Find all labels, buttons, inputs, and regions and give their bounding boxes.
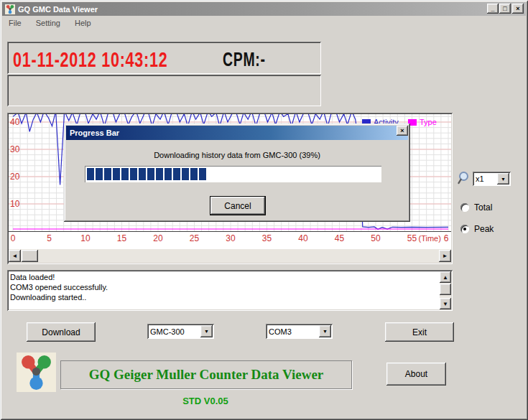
close-icon: ×	[516, 4, 519, 13]
progress-block	[121, 168, 129, 180]
dialog-title: Progress Bar	[70, 129, 119, 137]
exit-button[interactable]: Exit	[385, 322, 454, 342]
scroll-up-button[interactable]: ▲	[440, 271, 451, 283]
port-select-dropdown-button[interactable]: ▼	[319, 325, 331, 337]
version-label: STD V0.05	[60, 396, 351, 406]
radio-peak[interactable]: Peak	[460, 224, 494, 234]
svg-text:15: 15	[117, 233, 127, 243]
progress-block	[190, 168, 198, 180]
download-button-label: Download	[42, 327, 80, 337]
svg-text:6: 6	[444, 233, 449, 243]
progress-block	[139, 168, 146, 180]
title-bar[interactable]: GQ GMC Data Viewer	[2, 2, 526, 16]
brand-title: GQ Geiger Muller Counter Data Viewer	[89, 367, 324, 383]
radio-total-label: Total	[474, 202, 492, 213]
svg-text:20: 20	[153, 233, 163, 243]
svg-text:30: 30	[226, 233, 236, 243]
app-window: { "window": { "title": "GQ GMC Data View…	[0, 0, 528, 420]
close-icon: ×	[400, 126, 404, 135]
progress-block	[96, 168, 103, 180]
svg-text:40: 40	[10, 117, 20, 127]
app-logo	[17, 353, 56, 392]
svg-text:5: 5	[47, 233, 52, 243]
progress-block	[199, 168, 206, 180]
app-icon	[5, 4, 15, 14]
log-textbox[interactable]: Data loaded! COM3 opened successfully. D…	[7, 270, 453, 311]
progress-block	[104, 168, 111, 180]
dialog-message: Downloading history data from GMC-300 (3…	[64, 151, 410, 159]
maximize-button[interactable]: □	[499, 4, 511, 14]
svg-text:20: 20	[10, 172, 20, 182]
menu-bar: File Setting Help	[3, 17, 97, 29]
radio-total-circle[interactable]	[460, 203, 469, 212]
scroll-right-icon: ►	[443, 253, 448, 259]
minimize-button[interactable]: _	[487, 4, 499, 14]
device-select[interactable]: GMC-300 ▼	[147, 324, 214, 339]
chevron-down-icon: ▼	[204, 329, 209, 334]
radio-peak-label: Peak	[474, 224, 494, 234]
cancel-button-label: Cancel	[224, 201, 251, 211]
progress-block	[130, 168, 137, 180]
svg-text:10: 10	[80, 233, 91, 243]
menu-file[interactable]: File	[3, 17, 27, 29]
horizontal-scroll-thumb[interactable]	[22, 250, 38, 262]
progress-block	[156, 168, 163, 180]
minimize-icon: _	[491, 4, 494, 13]
scroll-down-button[interactable]: ▼	[440, 298, 451, 309]
radio-total[interactable]: Total	[460, 202, 492, 213]
scroll-left-icon: ◄	[12, 253, 18, 259]
svg-text:45: 45	[335, 233, 345, 243]
brand-frame: GQ Geiger Muller Counter Data Viewer	[60, 360, 352, 389]
chart-horizontal-scrollbar[interactable]: ◄ ►	[9, 249, 451, 263]
dialog-title-bar[interactable]: Progress Bar	[66, 126, 408, 140]
port-select-value: COM3	[266, 327, 319, 336]
progress-bar	[85, 166, 381, 182]
radio-peak-circle[interactable]	[460, 225, 469, 233]
svg-text:50: 50	[371, 233, 381, 243]
close-button[interactable]: ×	[512, 4, 524, 14]
zoom-select-dropdown-button[interactable]: ▼	[497, 173, 509, 185]
vertical-scroll-thumb[interactable]	[440, 284, 451, 295]
download-button[interactable]: Download	[27, 322, 96, 342]
chevron-down-icon: ▼	[323, 329, 328, 334]
cancel-button[interactable]: Cancel	[210, 196, 266, 215]
progress-block	[173, 168, 180, 180]
zoom-select[interactable]: x1 ▼	[473, 172, 511, 186]
chevron-down-icon: ▼	[501, 177, 506, 182]
device-select-value: GMC-300	[147, 327, 200, 336]
svg-text:10: 10	[10, 199, 20, 209]
log-lines: Data loaded! COM3 opened successfully. D…	[10, 272, 108, 302]
svg-text:Type: Type	[420, 118, 437, 126]
progress-block	[113, 168, 120, 180]
svg-text:0: 0	[11, 233, 16, 243]
svg-text:35: 35	[262, 233, 272, 243]
about-button[interactable]: About	[386, 363, 446, 386]
secondary-display-panel	[7, 75, 321, 106]
svg-text:30: 30	[10, 144, 20, 154]
menu-help[interactable]: Help	[69, 17, 97, 29]
log-line: Downloading started..	[10, 292, 108, 302]
window-title: GQ GMC Data Viewer	[18, 5, 98, 14]
scroll-left-button[interactable]: ◄	[9, 250, 21, 262]
svg-text:(Time): (Time)	[419, 234, 441, 243]
progress-block	[87, 168, 94, 180]
progress-block	[182, 168, 189, 180]
datetime-panel: 01-11-2012 10:43:12 CPM:-	[7, 42, 321, 74]
log-vertical-scrollbar[interactable]: ▲ ▼	[440, 271, 451, 309]
log-line: Data loaded!	[10, 272, 108, 282]
svg-text:40: 40	[298, 233, 308, 243]
exit-button-label: Exit	[412, 327, 427, 337]
datetime-display: 01-11-2012 10:43:12	[13, 47, 167, 72]
device-select-dropdown-button[interactable]: ▼	[200, 325, 213, 337]
progress-block	[147, 168, 154, 180]
dialog-close-button[interactable]: ×	[397, 126, 408, 136]
progress-block	[165, 168, 172, 180]
progress-dialog: Progress Bar × Downloading history data …	[64, 123, 410, 222]
menu-setting[interactable]: Setting	[30, 17, 66, 29]
maximize-icon: □	[503, 4, 506, 13]
cpm-display: CPM:-	[223, 49, 266, 71]
port-select[interactable]: COM3 ▼	[266, 324, 333, 339]
svg-text:25: 25	[190, 233, 200, 243]
scroll-right-button[interactable]: ►	[439, 250, 451, 262]
log-line: COM3 opened successfully.	[10, 282, 108, 292]
